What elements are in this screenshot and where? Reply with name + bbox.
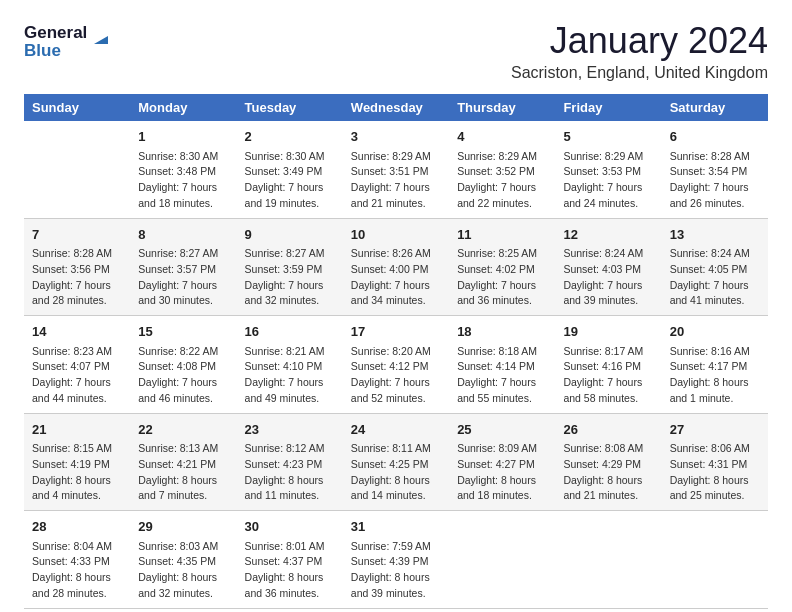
day-info: Sunrise: 8:03 AM Sunset: 4:35 PM Dayligh… bbox=[138, 539, 228, 602]
calendar-table: SundayMondayTuesdayWednesdayThursdayFrid… bbox=[24, 94, 768, 609]
day-info: Sunrise: 8:11 AM Sunset: 4:25 PM Dayligh… bbox=[351, 441, 441, 504]
day-number: 14 bbox=[32, 322, 122, 342]
table-cell: 19Sunrise: 8:17 AM Sunset: 4:16 PM Dayli… bbox=[555, 316, 661, 414]
day-number: 29 bbox=[138, 517, 228, 537]
table-cell: 25Sunrise: 8:09 AM Sunset: 4:27 PM Dayli… bbox=[449, 413, 555, 511]
weekday-sunday: Sunday bbox=[24, 94, 130, 121]
table-cell: 11Sunrise: 8:25 AM Sunset: 4:02 PM Dayli… bbox=[449, 218, 555, 316]
day-info: Sunrise: 8:26 AM Sunset: 4:00 PM Dayligh… bbox=[351, 246, 441, 309]
table-cell: 3Sunrise: 8:29 AM Sunset: 3:51 PM Daylig… bbox=[343, 121, 449, 218]
day-number: 31 bbox=[351, 517, 441, 537]
day-number: 15 bbox=[138, 322, 228, 342]
day-info: Sunrise: 8:17 AM Sunset: 4:16 PM Dayligh… bbox=[563, 344, 653, 407]
location-title: Sacriston, England, United Kingdom bbox=[511, 64, 768, 82]
day-info: Sunrise: 8:08 AM Sunset: 4:29 PM Dayligh… bbox=[563, 441, 653, 504]
weekday-wednesday: Wednesday bbox=[343, 94, 449, 121]
table-cell: 4Sunrise: 8:29 AM Sunset: 3:52 PM Daylig… bbox=[449, 121, 555, 218]
day-info: Sunrise: 8:22 AM Sunset: 4:08 PM Dayligh… bbox=[138, 344, 228, 407]
day-info: Sunrise: 8:16 AM Sunset: 4:17 PM Dayligh… bbox=[670, 344, 760, 407]
table-cell: 1Sunrise: 8:30 AM Sunset: 3:48 PM Daylig… bbox=[130, 121, 236, 218]
table-cell: 26Sunrise: 8:08 AM Sunset: 4:29 PM Dayli… bbox=[555, 413, 661, 511]
weekday-thursday: Thursday bbox=[449, 94, 555, 121]
day-number: 2 bbox=[245, 127, 335, 147]
day-number: 17 bbox=[351, 322, 441, 342]
title-block: January 2024 Sacriston, England, United … bbox=[511, 20, 768, 82]
weekday-friday: Friday bbox=[555, 94, 661, 121]
table-cell bbox=[555, 511, 661, 609]
table-cell bbox=[662, 511, 768, 609]
month-title: January 2024 bbox=[511, 20, 768, 62]
day-number: 10 bbox=[351, 225, 441, 245]
day-number: 28 bbox=[32, 517, 122, 537]
day-number: 24 bbox=[351, 420, 441, 440]
day-info: Sunrise: 8:18 AM Sunset: 4:14 PM Dayligh… bbox=[457, 344, 547, 407]
table-cell: 30Sunrise: 8:01 AM Sunset: 4:37 PM Dayli… bbox=[237, 511, 343, 609]
day-info: Sunrise: 8:29 AM Sunset: 3:53 PM Dayligh… bbox=[563, 149, 653, 212]
day-number: 4 bbox=[457, 127, 547, 147]
svg-text:General: General bbox=[24, 23, 87, 42]
day-number: 26 bbox=[563, 420, 653, 440]
day-info: Sunrise: 8:01 AM Sunset: 4:37 PM Dayligh… bbox=[245, 539, 335, 602]
table-cell: 23Sunrise: 8:12 AM Sunset: 4:23 PM Dayli… bbox=[237, 413, 343, 511]
table-cell: 5Sunrise: 8:29 AM Sunset: 3:53 PM Daylig… bbox=[555, 121, 661, 218]
day-number: 23 bbox=[245, 420, 335, 440]
day-number: 16 bbox=[245, 322, 335, 342]
day-info: Sunrise: 8:30 AM Sunset: 3:48 PM Dayligh… bbox=[138, 149, 228, 212]
week-row-4: 21Sunrise: 8:15 AM Sunset: 4:19 PM Dayli… bbox=[24, 413, 768, 511]
table-cell bbox=[24, 121, 130, 218]
day-number: 11 bbox=[457, 225, 547, 245]
day-number: 12 bbox=[563, 225, 653, 245]
table-cell: 6Sunrise: 8:28 AM Sunset: 3:54 PM Daylig… bbox=[662, 121, 768, 218]
day-info: Sunrise: 8:21 AM Sunset: 4:10 PM Dayligh… bbox=[245, 344, 335, 407]
day-info: Sunrise: 7:59 AM Sunset: 4:39 PM Dayligh… bbox=[351, 539, 441, 602]
day-number: 22 bbox=[138, 420, 228, 440]
day-number: 18 bbox=[457, 322, 547, 342]
day-info: Sunrise: 8:24 AM Sunset: 4:05 PM Dayligh… bbox=[670, 246, 760, 309]
weekday-tuesday: Tuesday bbox=[237, 94, 343, 121]
svg-text:Blue: Blue bbox=[24, 41, 61, 60]
day-info: Sunrise: 8:24 AM Sunset: 4:03 PM Dayligh… bbox=[563, 246, 653, 309]
table-cell: 16Sunrise: 8:21 AM Sunset: 4:10 PM Dayli… bbox=[237, 316, 343, 414]
day-info: Sunrise: 8:06 AM Sunset: 4:31 PM Dayligh… bbox=[670, 441, 760, 504]
day-info: Sunrise: 8:25 AM Sunset: 4:02 PM Dayligh… bbox=[457, 246, 547, 309]
day-number: 1 bbox=[138, 127, 228, 147]
day-number: 3 bbox=[351, 127, 441, 147]
day-number: 7 bbox=[32, 225, 122, 245]
day-info: Sunrise: 8:13 AM Sunset: 4:21 PM Dayligh… bbox=[138, 441, 228, 504]
table-cell: 18Sunrise: 8:18 AM Sunset: 4:14 PM Dayli… bbox=[449, 316, 555, 414]
logo-svg: General Blue bbox=[24, 20, 114, 62]
day-info: Sunrise: 8:04 AM Sunset: 4:33 PM Dayligh… bbox=[32, 539, 122, 602]
logo: General Blue bbox=[24, 20, 114, 62]
table-cell: 20Sunrise: 8:16 AM Sunset: 4:17 PM Dayli… bbox=[662, 316, 768, 414]
day-info: Sunrise: 8:29 AM Sunset: 3:51 PM Dayligh… bbox=[351, 149, 441, 212]
table-cell: 14Sunrise: 8:23 AM Sunset: 4:07 PM Dayli… bbox=[24, 316, 130, 414]
table-cell: 27Sunrise: 8:06 AM Sunset: 4:31 PM Dayli… bbox=[662, 413, 768, 511]
table-cell: 29Sunrise: 8:03 AM Sunset: 4:35 PM Dayli… bbox=[130, 511, 236, 609]
day-number: 9 bbox=[245, 225, 335, 245]
table-cell: 8Sunrise: 8:27 AM Sunset: 3:57 PM Daylig… bbox=[130, 218, 236, 316]
table-cell: 21Sunrise: 8:15 AM Sunset: 4:19 PM Dayli… bbox=[24, 413, 130, 511]
day-info: Sunrise: 8:23 AM Sunset: 4:07 PM Dayligh… bbox=[32, 344, 122, 407]
day-number: 27 bbox=[670, 420, 760, 440]
table-cell: 7Sunrise: 8:28 AM Sunset: 3:56 PM Daylig… bbox=[24, 218, 130, 316]
day-info: Sunrise: 8:29 AM Sunset: 3:52 PM Dayligh… bbox=[457, 149, 547, 212]
day-number: 20 bbox=[670, 322, 760, 342]
day-number: 13 bbox=[670, 225, 760, 245]
week-row-5: 28Sunrise: 8:04 AM Sunset: 4:33 PM Dayli… bbox=[24, 511, 768, 609]
day-number: 5 bbox=[563, 127, 653, 147]
day-info: Sunrise: 8:27 AM Sunset: 3:57 PM Dayligh… bbox=[138, 246, 228, 309]
week-row-2: 7Sunrise: 8:28 AM Sunset: 3:56 PM Daylig… bbox=[24, 218, 768, 316]
table-cell: 28Sunrise: 8:04 AM Sunset: 4:33 PM Dayli… bbox=[24, 511, 130, 609]
table-cell: 2Sunrise: 8:30 AM Sunset: 3:49 PM Daylig… bbox=[237, 121, 343, 218]
day-info: Sunrise: 8:15 AM Sunset: 4:19 PM Dayligh… bbox=[32, 441, 122, 504]
day-info: Sunrise: 8:12 AM Sunset: 4:23 PM Dayligh… bbox=[245, 441, 335, 504]
day-info: Sunrise: 8:27 AM Sunset: 3:59 PM Dayligh… bbox=[245, 246, 335, 309]
day-info: Sunrise: 8:28 AM Sunset: 3:56 PM Dayligh… bbox=[32, 246, 122, 309]
table-cell: 9Sunrise: 8:27 AM Sunset: 3:59 PM Daylig… bbox=[237, 218, 343, 316]
day-number: 21 bbox=[32, 420, 122, 440]
page-header: General Blue January 2024 Sacriston, Eng… bbox=[24, 20, 768, 82]
table-cell: 31Sunrise: 7:59 AM Sunset: 4:39 PM Dayli… bbox=[343, 511, 449, 609]
table-cell: 17Sunrise: 8:20 AM Sunset: 4:12 PM Dayli… bbox=[343, 316, 449, 414]
table-cell bbox=[449, 511, 555, 609]
svg-marker-2 bbox=[94, 36, 108, 44]
